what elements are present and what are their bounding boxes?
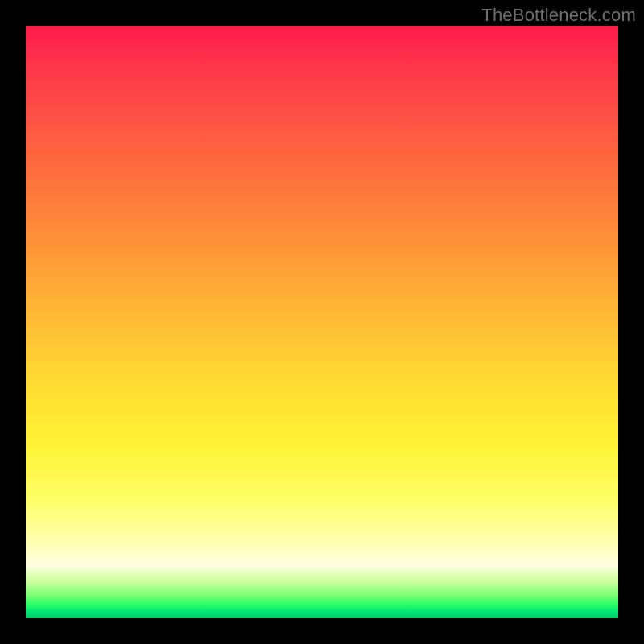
- plot-area: [26, 26, 618, 618]
- background-gradient: [26, 26, 618, 618]
- chart-frame: TheBottleneck.com: [0, 0, 644, 644]
- watermark-text: TheBottleneck.com: [481, 5, 636, 26]
